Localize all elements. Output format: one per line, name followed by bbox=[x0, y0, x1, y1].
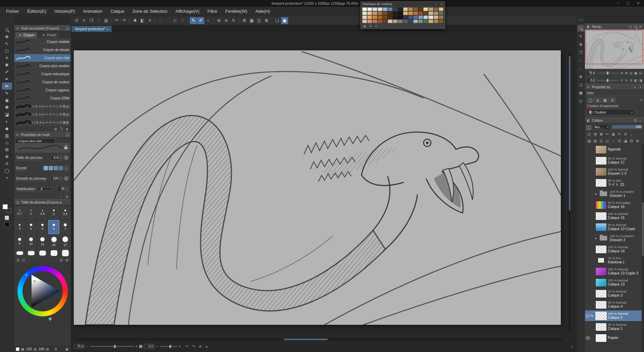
subtool-item-crayon-effil[interactable]: Crayon Effilé bbox=[14, 94, 71, 102]
subtool-tab-pastel[interactable]: ✎ Pastel bbox=[38, 32, 60, 38]
brush-size-spinner[interactable]: ▴▾ bbox=[59, 156, 62, 160]
density-label[interactable]: Densité du pinceau bbox=[16, 176, 46, 181]
color-swatch-57[interactable] bbox=[408, 19, 413, 23]
color-swatch-49[interactable] bbox=[367, 19, 372, 23]
fit-to-screen-button[interactable]: ▣ bbox=[634, 71, 638, 75]
zoom-in-button[interactable]: ⊕ bbox=[624, 71, 629, 75]
navigator-rotation-slider[interactable] bbox=[597, 80, 619, 81]
color-swatch-46[interactable] bbox=[434, 15, 438, 19]
size-list-view-button[interactable]: ☰ bbox=[16, 258, 20, 262]
brush-size-large-1[interactable] bbox=[25, 249, 37, 258]
text-tool[interactable]: A bbox=[2, 160, 12, 167]
brush-size-large-2[interactable] bbox=[37, 249, 48, 258]
navigator-zoom-value[interactable]: 75.6 bbox=[586, 71, 596, 76]
hardness-step-2[interactable] bbox=[49, 166, 53, 170]
color-swatch-14[interactable] bbox=[434, 7, 438, 11]
new-folder-icon[interactable]: ◰ bbox=[598, 138, 604, 143]
delete-subtool-button[interactable]: ⊗ bbox=[65, 127, 69, 131]
color-swatch-43[interactable] bbox=[418, 15, 423, 19]
layer-name[interactable]: Papier bbox=[608, 336, 619, 340]
menu-item-zone-de-s-lection[interactable]: Zone de Sélection bbox=[128, 7, 172, 16]
density-input[interactable]: 100 ▴▾ bbox=[51, 176, 62, 181]
eraser-tool[interactable]: ◪ bbox=[2, 111, 12, 118]
border-effect-icon[interactable]: ◯ bbox=[587, 97, 594, 103]
divide-layer-icon[interactable]: ⊟ bbox=[629, 138, 634, 143]
color-swatch-32[interactable] bbox=[362, 15, 367, 19]
hardness-label[interactable]: Dureté bbox=[16, 166, 27, 171]
invert-selection-button[interactable]: ◩ bbox=[172, 17, 179, 24]
effect-caret[interactable]: ▾ bbox=[640, 98, 642, 102]
color-swatch-42[interactable] bbox=[413, 15, 418, 19]
color-swatch-53[interactable] bbox=[388, 19, 392, 23]
hue-marker[interactable] bbox=[25, 274, 28, 276]
layer-row-dossier-1[interactable]: ▸100 % Au traversDossier 1 bbox=[585, 188, 644, 200]
snap-to-ruler-toggle[interactable]: ✎ bbox=[190, 17, 197, 24]
subtool-item-item[interactable]: ハストレートヘッド生え際境界 bbox=[14, 102, 71, 111]
color-swatch-39[interactable] bbox=[398, 15, 402, 19]
create-mask-icon[interactable]: ⊡ bbox=[616, 138, 622, 143]
rotate-left-icon[interactable]: − bbox=[156, 345, 158, 348]
layer-name[interactable]: Calque 2 bbox=[608, 315, 628, 320]
redo-button[interactable]: ↷ bbox=[121, 17, 128, 24]
reset-view-button[interactable]: ⊘ bbox=[198, 345, 202, 348]
wheel-handle[interactable] bbox=[49, 317, 52, 321]
subtool-item-item[interactable]: ハストレートヘッド抜き bbox=[14, 119, 71, 127]
brush-size-large-0[interactable] bbox=[14, 249, 25, 258]
brush-size-preset-2[interactable]: 2 bbox=[48, 206, 59, 220]
lock-transparent-pixels-icon[interactable]: ◫ bbox=[586, 131, 592, 137]
menu-item-aide-h[interactable]: Aide(H) bbox=[251, 7, 274, 16]
tone-effect-icon[interactable]: ◎ bbox=[594, 97, 601, 103]
subtool-item-crayon-de-couleur[interactable]: Crayon de couleur bbox=[14, 78, 71, 86]
brush-size-preset-10[interactable]: 10 bbox=[25, 234, 37, 249]
color-swatch-10[interactable] bbox=[413, 7, 418, 11]
color-swatch-25[interactable] bbox=[408, 11, 413, 15]
frame-border-tool[interactable]: ⊞ bbox=[2, 146, 12, 153]
color-swatch-34[interactable] bbox=[372, 15, 377, 19]
hardness-blocks[interactable] bbox=[44, 166, 63, 170]
brush-size-preset-1[interactable]: 1 bbox=[25, 206, 37, 220]
pencil-tool[interactable]: ✏ bbox=[2, 83, 12, 90]
operation-tool[interactable]: ↖ bbox=[2, 40, 12, 47]
hand-tool[interactable]: ✥ bbox=[2, 33, 12, 40]
save-button[interactable]: ↓ bbox=[95, 17, 102, 24]
layer-row-calque-13[interactable]: 100 % NormalCalque 13 bbox=[585, 277, 644, 288]
transfer-to-lower-icon[interactable]: ◱ bbox=[604, 138, 610, 143]
single-palette-mode-button[interactable]: ▣ bbox=[281, 17, 288, 24]
rotate-left-button[interactable]: ↺ bbox=[620, 79, 624, 82]
brush-size-input[interactable]: 6.0 ▴▾ bbox=[51, 155, 62, 161]
lock-layer-icon[interactable]: ⊞ bbox=[592, 131, 598, 137]
eyedropper-tool[interactable]: ✐ bbox=[2, 69, 12, 76]
layer-thumbnail[interactable] bbox=[595, 201, 607, 209]
main-color-chip[interactable] bbox=[3, 204, 8, 209]
canvas[interactable] bbox=[74, 50, 561, 325]
color-swatch-9[interactable] bbox=[408, 7, 413, 11]
hardness-more-button[interactable]: › bbox=[64, 166, 69, 171]
stabilization-spinner[interactable]: ▴▾ bbox=[65, 187, 68, 191]
folder-expand-arrow[interactable]: ▸ bbox=[595, 192, 598, 195]
fill-button[interactable]: ◧ bbox=[139, 17, 146, 24]
layer-row-rainbow[interactable]: 75 % Pro...Rainbow ( bbox=[585, 255, 644, 266]
opacity-slider[interactable]: 100 bbox=[611, 125, 643, 129]
layer-name[interactable]: Calque 15 bbox=[608, 216, 628, 220]
color-swatch-11[interactable] bbox=[418, 7, 423, 11]
color-swatch-19[interactable] bbox=[378, 11, 382, 15]
mask-icon[interactable]: ✂ bbox=[604, 131, 610, 137]
reset-rotation-button[interactable]: ⊘ bbox=[629, 79, 633, 82]
color-swatch-5[interactable] bbox=[388, 7, 392, 11]
subtool-item-crayon-de-dessin[interactable]: Crayon de dessin bbox=[14, 46, 71, 54]
layer-name[interactable]: Ngandé bbox=[608, 147, 621, 151]
color-swatch-31[interactable] bbox=[439, 11, 443, 15]
ruler-toggle[interactable]: ▦ bbox=[248, 17, 255, 24]
reference-layer-icon[interactable]: ▨ bbox=[610, 131, 616, 137]
palette-minimize-button[interactable]: ─ bbox=[434, 3, 438, 6]
color-swatch-41[interactable] bbox=[408, 15, 413, 19]
lock-options-caret[interactable]: ⌄ bbox=[629, 131, 634, 137]
collapse-panels-left-button[interactable]: « bbox=[579, 18, 580, 22]
menu-item-filtre[interactable]: Filtre bbox=[204, 7, 221, 16]
color-swatch-50[interactable] bbox=[372, 19, 377, 23]
navigator-rotation-value[interactable]: 0.0 bbox=[586, 78, 596, 83]
merge-down-icon[interactable]: ↓ bbox=[610, 138, 616, 143]
zoom-reset-button[interactable]: ◎ bbox=[629, 71, 633, 75]
lock-icon[interactable] bbox=[64, 147, 67, 149]
current-color-chip[interactable] bbox=[16, 347, 19, 351]
